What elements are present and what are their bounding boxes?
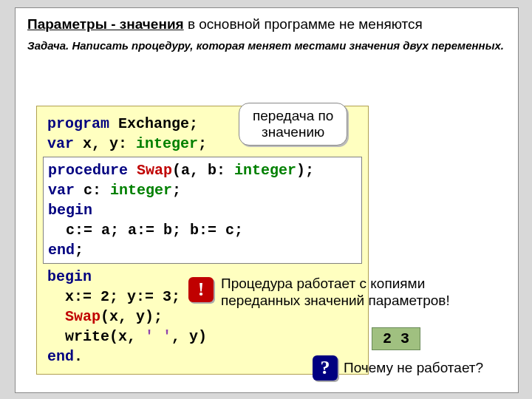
warning-icon: ! [188, 277, 214, 302]
slide-title: Параметры - значения в основной программ… [16, 8, 518, 36]
title-underlined: Параметры - значения [27, 16, 184, 32]
code-block: program Exchange; var x, y: integer; pro… [36, 106, 369, 375]
callout-by-value: передача по значению [239, 103, 347, 146]
task-text: Написать процедуру, которая меняет места… [69, 39, 504, 52]
question-icon: ? [313, 355, 338, 381]
slide: Параметры - значения в основной программ… [15, 7, 519, 393]
note-copies: Процедура работает с копиями переданных … [221, 276, 516, 310]
note-why: Почему не работает? [344, 360, 483, 377]
task-line: Задача. Написать процедуру, которая меня… [16, 36, 518, 58]
title-remainder: в основной программе не меняются [184, 16, 423, 32]
task-label: Задача. [27, 39, 69, 52]
program-output: 2 3 [372, 327, 420, 350]
procedure-box: procedure Swap(a, b: integer); var c: in… [43, 157, 362, 264]
